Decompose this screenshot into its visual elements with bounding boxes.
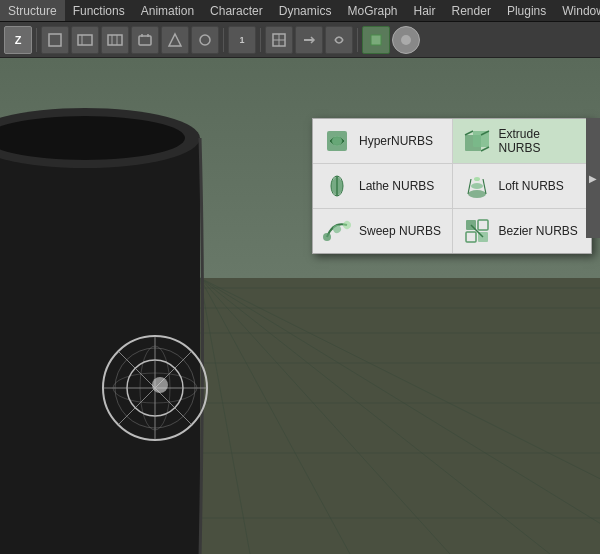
menu-item-extrude-nurbs[interactable]: Extrude NURBS: [453, 119, 592, 163]
menu-hair[interactable]: Hair: [406, 0, 444, 21]
toolbar-btn-1[interactable]: [41, 26, 69, 54]
toolbar: Z 1: [0, 22, 600, 58]
toolbar-btn-8[interactable]: [265, 26, 293, 54]
toolbar-btn-2[interactable]: [71, 26, 99, 54]
svg-rect-0: [49, 34, 61, 46]
hypernurbs-icon: [323, 127, 351, 155]
dropdown-row-3: Sweep NURBS Bezier NURBS: [313, 209, 591, 253]
svg-rect-51: [473, 131, 489, 147]
svg-rect-1: [78, 35, 92, 45]
svg-point-16: [401, 35, 411, 45]
menubar: Structure Functions Animation Character …: [0, 0, 600, 22]
menu-item-lathe-nurbs[interactable]: Lathe NURBS: [313, 164, 452, 208]
svg-point-10: [200, 35, 210, 45]
toolbar-btn-4[interactable]: [131, 26, 159, 54]
menu-item-loft-nurbs[interactable]: Loft NURBS: [453, 164, 592, 208]
svg-marker-9: [169, 34, 181, 46]
hypernurbs-label: HyperNURBS: [359, 134, 433, 148]
svg-point-49: [332, 136, 342, 146]
toolbar-btn-3[interactable]: [101, 26, 129, 54]
svg-rect-35: [0, 138, 200, 554]
svg-point-56: [468, 190, 486, 198]
svg-line-54: [481, 147, 489, 151]
svg-rect-66: [466, 232, 476, 242]
loft-nurbs-icon: [463, 172, 491, 200]
svg-point-58: [474, 177, 480, 181]
menu-structure[interactable]: Structure: [0, 0, 65, 21]
svg-point-47: [152, 377, 168, 393]
nurbs-dropdown-menu: HyperNURBS Extrude NURBS: [312, 118, 592, 254]
sweep-nurbs-label: Sweep NURBS: [359, 224, 441, 238]
sep2: [223, 28, 224, 52]
lathe-nurbs-icon: [323, 172, 351, 200]
menu-render[interactable]: Render: [444, 0, 499, 21]
menu-item-bezier-nurbs[interactable]: Bezier NURBS: [453, 209, 592, 253]
extrude-nurbs-label: Extrude NURBS: [499, 127, 582, 155]
svg-rect-3: [108, 35, 122, 45]
menu-item-sweep-nurbs[interactable]: Sweep NURBS: [313, 209, 452, 253]
toolbar-btn-6[interactable]: [191, 26, 219, 54]
undo-button[interactable]: Z: [4, 26, 32, 54]
menu-window[interactable]: Window: [554, 0, 600, 21]
sep1: [36, 28, 37, 52]
toolbar-btn-5[interactable]: [161, 26, 189, 54]
menu-animation[interactable]: Animation: [133, 0, 202, 21]
viewport[interactable]: HyperNURBS Extrude NURBS: [0, 58, 600, 554]
dropdown-row-2: Lathe NURBS Loft NURBS: [313, 164, 591, 209]
menu-dynamics[interactable]: Dynamics: [271, 0, 340, 21]
menu-character[interactable]: Character: [202, 0, 271, 21]
svg-line-52: [465, 131, 473, 135]
bezier-nurbs-label: Bezier NURBS: [499, 224, 578, 238]
menu-plugins[interactable]: Plugins: [499, 0, 554, 21]
toolbar-btn-7[interactable]: 1: [228, 26, 256, 54]
svg-rect-65: [478, 220, 488, 230]
svg-rect-15: [371, 35, 381, 45]
toolbar-btn-11[interactable]: [362, 26, 390, 54]
menu-mograph[interactable]: MoGraph: [339, 0, 405, 21]
sep3: [260, 28, 261, 52]
menu-functions[interactable]: Functions: [65, 0, 133, 21]
dropdown-row-1: HyperNURBS Extrude NURBS: [313, 119, 591, 164]
sweep-nurbs-icon: [323, 217, 351, 245]
svg-point-61: [323, 233, 331, 241]
lathe-nurbs-label: Lathe NURBS: [359, 179, 434, 193]
sep4: [357, 28, 358, 52]
extrude-nurbs-icon: [463, 127, 491, 155]
toolbar-btn-12[interactable]: [392, 26, 420, 54]
svg-point-57: [471, 183, 483, 189]
toolbar-btn-10[interactable]: [325, 26, 353, 54]
bezier-nurbs-icon: [463, 217, 491, 245]
loft-nurbs-label: Loft NURBS: [499, 179, 564, 193]
toolbar-btn-9[interactable]: [295, 26, 323, 54]
menu-item-hypernurbs[interactable]: HyperNURBS: [313, 119, 452, 163]
scroll-right-arrow[interactable]: ▶: [586, 118, 600, 238]
svg-rect-6: [139, 36, 151, 45]
